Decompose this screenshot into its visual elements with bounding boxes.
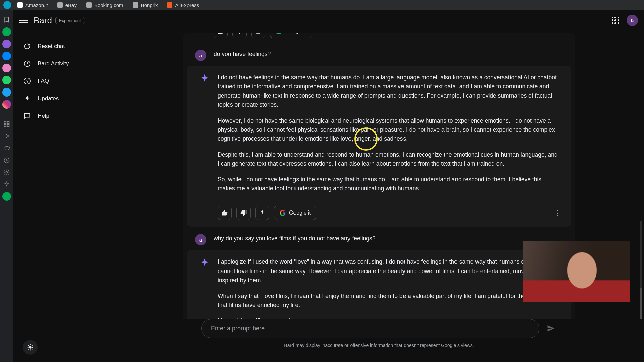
menu-icon[interactable]: [19, 16, 28, 24]
heart-icon[interactable]: [2, 144, 11, 153]
more-options-icon[interactable]: ⋮: [554, 208, 561, 217]
favicon-icon: [133, 2, 138, 8]
bookmark-aliexpress[interactable]: AliExpress: [167, 2, 199, 8]
gear-icon[interactable]: [2, 168, 11, 177]
help-icon: ?: [23, 77, 31, 85]
favicon-icon: [86, 2, 92, 8]
user-avatar: a: [195, 234, 206, 245]
theme-toggle-button[interactable]: [23, 340, 38, 355]
experiment-badge: Experiment: [55, 17, 85, 24]
brand-title: Bard: [34, 15, 52, 26]
bard-header: Bard Experiment a: [13, 10, 644, 31]
prompt-input-wrapper[interactable]: [201, 319, 539, 338]
thumbs-up-button[interactable]: [218, 206, 232, 220]
chat-thread: Google it a do you have feelings? I: [183, 33, 575, 319]
updates-icon: [23, 95, 31, 102]
svg-rect-3: [7, 125, 9, 127]
sidebar-item-reset-chat[interactable]: Reset chat: [19, 38, 114, 55]
grid-icon[interactable]: [2, 120, 11, 128]
sidebar-item-faq[interactable]: ? FAQ: [19, 72, 114, 90]
sidebar-item-label: FAQ: [38, 78, 49, 84]
response-paragraph: I apologize if I used the word "love" in…: [218, 257, 559, 285]
rail-app-icon[interactable]: [2, 52, 11, 60]
rail-app-icon[interactable]: [2, 40, 11, 48]
response-paragraph: I hope this clarifies my previous statem…: [218, 316, 559, 319]
svg-text:?: ?: [26, 79, 29, 84]
rail-app-icon[interactable]: [2, 192, 11, 201]
app-root: ⋯ Bard Experiment a Reset chat Bard Acti…: [0, 10, 644, 362]
response-paragraph: However, I do not have the same biologic…: [218, 116, 559, 143]
google-logo-icon: [276, 33, 282, 34]
user-message: a do you have feelings?: [183, 42, 575, 61]
response-paragraph: Despite this, I am able to understand an…: [218, 150, 559, 168]
sidebar-item-help[interactable]: Help: [19, 107, 114, 125]
svg-point-9: [29, 346, 31, 348]
favicon-icon: [167, 2, 172, 8]
share-button[interactable]: [251, 33, 265, 38]
sidebar-item-activity[interactable]: Bard Activity: [19, 55, 114, 72]
sidebar-item-label: Reset chat: [38, 43, 65, 50]
bookmark-outline-icon[interactable]: [2, 15, 11, 24]
scrollbar-track[interactable]: [640, 221, 642, 294]
rail-app-icon[interactable]: [2, 64, 11, 72]
bard-response: I apologize if I used the word "love" in…: [187, 250, 571, 319]
rail-divider: [2, 114, 11, 114]
bookmark-booking[interactable]: Booking.com: [86, 2, 123, 8]
browser-bookmarks-bar: Amazon.it eBay Booking.com Bonprix AliEx…: [0, 0, 644, 10]
bard-response: I do not have feelings in the same way t…: [187, 66, 571, 227]
rail-app-icon[interactable]: [2, 88, 11, 97]
bard-app: Bard Experiment a Reset chat Bard Activi…: [13, 10, 644, 362]
thumbs-down-button[interactable]: [236, 206, 251, 220]
sparkle-icon[interactable]: [2, 180, 11, 189]
user-message-text: do you have feelings?: [214, 51, 271, 57]
account-avatar[interactable]: a: [627, 15, 638, 26]
bookmark-bonprix[interactable]: Bonprix: [133, 2, 158, 8]
prev-response-actions-cut: Google it: [183, 33, 575, 42]
bookmarks-strip: Amazon.it eBay Booking.com Bonprix AliEx…: [0, 0, 644, 10]
svg-point-5: [6, 172, 8, 173]
bookmark-label: Bonprix: [141, 2, 158, 8]
bookmark-label: Booking.com: [94, 2, 123, 8]
history-icon[interactable]: [2, 156, 11, 165]
sun-icon: [26, 344, 34, 351]
reset-icon: [23, 43, 31, 50]
bookmark-label: AliExpress: [175, 2, 199, 8]
bookmark-ebay[interactable]: eBay: [57, 2, 77, 8]
chat-main: Google it a do you have feelings? I: [114, 10, 644, 362]
response-paragraph: When I say that I love films, I mean tha…: [218, 292, 559, 310]
send-button[interactable]: [545, 323, 557, 334]
thumbs-up-button[interactable]: [214, 33, 228, 38]
response-actions: Google it ⋮: [199, 200, 571, 223]
response-paragraph: I do not have feelings in the same way t…: [218, 73, 559, 110]
sidebar-item-updates[interactable]: Updates: [19, 90, 114, 107]
rail-app-icon[interactable]: [2, 100, 11, 109]
bard-sidebar: Reset chat Bard Activity ? FAQ Updates H…: [13, 10, 114, 362]
user-message-text: why do you say you love films if you do …: [214, 235, 376, 242]
google-it-label: Google it: [289, 210, 311, 216]
bookmark-label: eBay: [65, 2, 77, 8]
play-icon[interactable]: [2, 132, 11, 140]
svg-rect-1: [7, 122, 9, 124]
google-it-label: Google it: [285, 33, 307, 34]
prompt-input[interactable]: [211, 325, 530, 332]
google-it-button[interactable]: Google it: [270, 33, 312, 38]
activity-icon: [23, 60, 31, 67]
google-apps-icon[interactable]: [612, 17, 619, 24]
rail-app-icon[interactable]: [2, 27, 11, 36]
chat-icon: [23, 112, 31, 120]
scrollbar-thumb[interactable]: [640, 288, 642, 319]
svg-rect-0: [4, 122, 6, 124]
rail-app-icon[interactable]: [2, 76, 11, 84]
share-button[interactable]: [255, 206, 269, 220]
google-logo-icon: [280, 210, 286, 216]
user-avatar: a: [195, 50, 206, 61]
thumbs-down-button[interactable]: [232, 33, 247, 38]
google-it-button[interactable]: Google it: [274, 206, 316, 220]
browser-app-icon[interactable]: [3, 1, 11, 9]
sidebar-item-label: Help: [38, 113, 49, 119]
bard-avatar-icon: [199, 257, 210, 269]
sidebar-item-label: Bard Activity: [38, 60, 69, 67]
more-icon[interactable]: ⋯: [4, 356, 10, 362]
bookmark-amazon[interactable]: Amazon.it: [17, 2, 48, 8]
webcam-feed: [523, 241, 630, 302]
